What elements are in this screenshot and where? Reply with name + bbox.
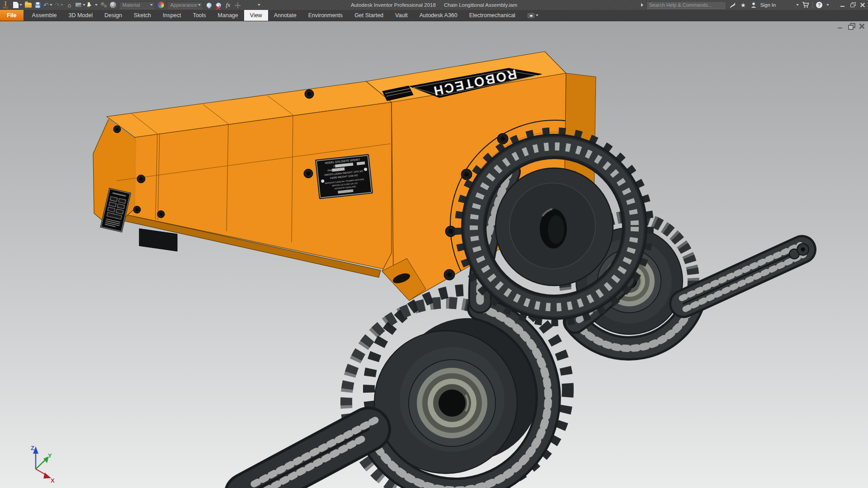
tab-autodesk-a360[interactable]: Autodesk A360 [414,10,463,21]
window-minimize-button[interactable] [840,2,846,8]
ribbon-tab-bar: FileAssemble3D ModelDesignSketchInspectT… [0,10,868,21]
inventor-logo-icon: I PRO [2,1,9,9]
save-icon[interactable] [34,1,41,9]
parameters-fx-icon[interactable]: fx [224,1,231,9]
open-file-icon[interactable] [24,1,32,9]
visual-style-icon[interactable] [100,1,107,9]
tab-manage[interactable]: Manage [212,10,244,21]
window-restore-button[interactable] [849,2,856,8]
quick-access-toolbar: I PRO ↶ ↷ ⌂ Material Appearance fx [0,0,262,10]
search-input[interactable] [646,1,726,9]
tab-annotate[interactable]: Annotate [268,10,302,21]
axis-y-label: Y [48,452,52,459]
help-arrow-icon[interactable] [641,3,643,7]
redo-dropdown-icon[interactable] [61,4,63,6]
document-window-controls [837,23,865,29]
help-dropdown-icon[interactable] [826,4,829,6]
undo-icon[interactable]: ↶ [43,1,52,9]
undo-dropdown-icon[interactable] [50,4,52,6]
appearance-combo-value: Appearance [170,2,197,8]
appearance-combo[interactable]: Appearance [167,1,203,9]
user-icon[interactable] [750,1,757,9]
window-close-button[interactable] [859,2,866,8]
communication-center-icon[interactable] [729,1,736,9]
app-store-cart-icon[interactable] [802,1,809,9]
new-file-icon[interactable] [13,1,22,9]
tab-3d-model[interactable]: 3D Model [62,10,99,21]
material-combo-caret-icon [150,4,153,6]
select-dropdown-icon[interactable] [95,4,98,6]
color-wheel-icon[interactable] [157,1,165,9]
tab-electromechanical[interactable]: Electromechanical [463,10,521,21]
nameplate: MODEL DOLOMITE SPRINT COMM. No TRIM PAIN… [315,154,373,199]
document-minimize-button[interactable] [837,23,844,29]
tab-assemble[interactable]: Assemble [26,10,63,21]
titlebar-separator [812,2,813,8]
viewport-3d[interactable]: ROBOTECH MODEL DOLOMITE SPRINT COMM. No … [0,21,868,488]
tab-environments[interactable]: Environments [302,10,349,21]
tab-get-started[interactable]: Get Started [349,10,389,21]
appearance-combo-caret-icon [198,4,201,6]
redo-icon[interactable]: ↷ [55,1,64,9]
sign-in-dropdown-icon[interactable] [796,4,799,6]
clear-override-icon[interactable] [215,1,222,9]
adjust-icon[interactable] [205,1,212,9]
select-filter-icon[interactable] [88,1,98,9]
tab-inspect[interactable]: Inspect [157,10,187,21]
tab-vault[interactable]: Vault [389,10,414,21]
tab-sketch[interactable]: Sketch [128,10,157,21]
document-close-button[interactable] [859,23,865,29]
ribbon-options-icon [528,13,534,18]
tab-view[interactable]: View [244,10,268,21]
sign-in-button[interactable]: Sign In [760,2,776,8]
model-canvas[interactable]: ROBOTECH MODEL DOLOMITE SPRINT COMM. No … [0,21,868,488]
material-sphere-icon[interactable] [109,1,117,9]
axis-z-label: Z [31,445,34,451]
tab-file[interactable]: File [0,10,24,21]
ribbon-display-options[interactable] [528,10,538,21]
measure-icon[interactable] [234,1,241,9]
axis-x-label: X [51,477,55,484]
title-bar: I PRO ↶ ↷ ⌂ Material Appearance fx Autod… [0,0,868,10]
app-title: Autodesk Inventor Professional 2018 [351,2,436,8]
home-icon[interactable]: ⌂ [66,1,73,9]
ribbon-options-caret-icon [536,14,538,16]
tab-design[interactable]: Design [99,10,128,21]
help-icon[interactable]: ? [816,2,822,8]
tab-tools[interactable]: Tools [187,10,212,21]
material-combo[interactable]: Material [119,1,155,9]
update-dropdown-icon[interactable] [83,4,85,6]
update-icon[interactable] [75,1,85,9]
document-title: Chain Longitional Assembly.iam [444,2,517,8]
material-combo-value: Material [122,2,140,8]
favorites-icon[interactable]: ★ [740,1,747,9]
qat-customize-icon[interactable] [255,1,262,9]
ribbon-tabs: FileAssemble3D ModelDesignSketchInspectT… [0,10,521,21]
new-file-dropdown-icon[interactable] [19,4,22,6]
document-restore-button[interactable] [848,23,854,29]
